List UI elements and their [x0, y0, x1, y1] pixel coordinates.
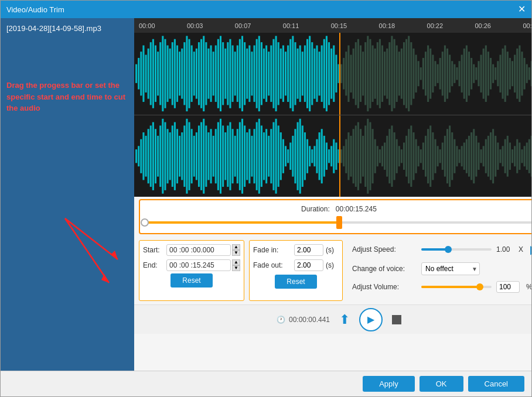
svg-rect-227: [256, 122, 258, 190]
speed-unit: X: [519, 245, 523, 254]
svg-rect-76: [306, 39, 308, 108]
voice-select[interactable]: No effect Male Female Monster Robot: [421, 262, 480, 275]
svg-rect-311: [456, 146, 458, 166]
svg-rect-190: [167, 129, 169, 183]
svg-rect-322: [482, 146, 484, 166]
progress-handle-right[interactable]: [336, 216, 342, 229]
svg-rect-122: [415, 55, 417, 93]
svg-rect-131: [436, 64, 438, 83]
instruction-text: Drag the progess bar or set the specific…: [6, 80, 128, 114]
svg-rect-270: [357, 122, 359, 190]
svg-rect-104: [371, 45, 373, 102]
voice-select-wrapper[interactable]: No effect Male Female Monster Robot ▼: [421, 262, 480, 275]
svg-rect-272: [362, 135, 364, 176]
close-button[interactable]: ✕: [518, 5, 526, 14]
svg-rect-151: [485, 45, 486, 102]
timeline-markers: 00:00 00:03 00:07 00:11 00:15 00:18 00:2…: [139, 22, 531, 29]
svg-marker-1: [111, 251, 118, 259]
svg-rect-208: [210, 129, 212, 183]
svg-rect-165: [519, 45, 520, 102]
svg-rect-27: [189, 39, 190, 108]
volume-input[interactable]: [496, 281, 520, 293]
progress-handle-left[interactable]: [141, 218, 149, 227]
end-spinner[interactable]: ▲ ▼: [232, 259, 240, 271]
waveform-container: // Generate waveform bars for top - acti…: [134, 33, 531, 197]
svg-rect-45: [232, 45, 234, 102]
svg-rect-259: [333, 139, 335, 173]
svg-rect-126: [424, 52, 426, 95]
svg-rect-240: [287, 149, 289, 163]
speed-label: Adjust Speed:: [352, 245, 417, 254]
window-title: Video/Audio Trim: [6, 5, 64, 14]
start-down[interactable]: ▼: [232, 250, 240, 256]
play-button[interactable]: ▶: [359, 308, 383, 331]
svg-marker-3: [101, 274, 109, 283]
svg-rect-328: [497, 142, 499, 170]
svg-rect-115: [398, 52, 400, 95]
svg-rect-103: [369, 39, 371, 108]
svg-rect-234: [272, 122, 274, 190]
svg-rect-59: [265, 45, 267, 102]
svg-rect-134: [444, 45, 445, 102]
svg-rect-29: [193, 52, 195, 95]
svg-rect-148: [478, 61, 479, 86]
svg-rect-6: [138, 58, 139, 90]
svg-rect-277: [374, 139, 376, 173]
fade-in-unit: (s): [326, 246, 334, 254]
volume-slider[interactable]: [421, 286, 492, 288]
volume-handle[interactable]: [476, 283, 483, 290]
apply-button[interactable]: Apply: [363, 376, 415, 392]
speed-slider[interactable]: [421, 248, 492, 251]
svg-rect-250: [311, 149, 313, 163]
end-down[interactable]: ▼: [232, 265, 240, 271]
marker-3: 00:11: [283, 22, 299, 29]
voice-label: Change of voice:: [352, 265, 417, 273]
svg-rect-149: [480, 55, 482, 93]
fade-box: Fade in: (s) Fade out: (s) Reset: [249, 240, 343, 301]
export-icon[interactable]: ⬆: [339, 312, 350, 327]
svg-rect-36: [210, 45, 212, 102]
svg-rect-118: [405, 39, 407, 108]
svg-rect-7: [140, 52, 142, 95]
svg-rect-292: [410, 125, 412, 187]
svg-rect-184: [152, 122, 154, 190]
svg-rect-108: [381, 45, 383, 102]
ok-button[interactable]: OK: [420, 376, 463, 392]
svg-rect-79: [313, 49, 315, 99]
svg-rect-116: [400, 49, 402, 99]
svg-rect-327: [495, 135, 496, 176]
svg-rect-125: [422, 58, 424, 90]
svg-rect-113: [393, 39, 395, 108]
start-up[interactable]: ▲: [232, 244, 240, 250]
fade-out-input[interactable]: [294, 259, 323, 271]
svg-rect-278: [376, 146, 378, 166]
svg-rect-282: [386, 135, 388, 176]
svg-rect-301: [432, 132, 434, 180]
end-up[interactable]: ▲: [232, 259, 240, 265]
svg-rect-52: [248, 45, 250, 102]
svg-rect-315: [465, 139, 467, 173]
svg-rect-201: [193, 135, 195, 176]
svg-rect-202: [196, 132, 197, 180]
fade-in-label: Fade in:: [253, 246, 294, 254]
fade-reset-button[interactable]: Reset: [275, 275, 316, 289]
end-input[interactable]: [166, 259, 231, 271]
svg-rect-269: [354, 125, 356, 187]
svg-rect-238: [282, 139, 284, 173]
svg-rect-300: [429, 125, 431, 187]
svg-rect-246: [302, 125, 303, 187]
trim-reset-button[interactable]: Reset: [170, 273, 212, 288]
speed-handle[interactable]: [445, 246, 452, 253]
svg-rect-229: [261, 125, 262, 187]
svg-rect-132: [439, 58, 441, 90]
speed-play-icon[interactable]: ▶: [530, 242, 531, 256]
stop-button[interactable]: [392, 315, 401, 324]
svg-rect-303: [436, 146, 438, 166]
fade-in-input[interactable]: [294, 244, 323, 256]
start-spinner[interactable]: ▲ ▼: [232, 244, 240, 256]
progress-track[interactable]: [145, 221, 531, 224]
progress-bar[interactable]: [145, 217, 531, 228]
cancel-button[interactable]: Cancel: [468, 376, 524, 392]
start-input[interactable]: [166, 244, 231, 256]
svg-rect-268: [352, 129, 354, 183]
